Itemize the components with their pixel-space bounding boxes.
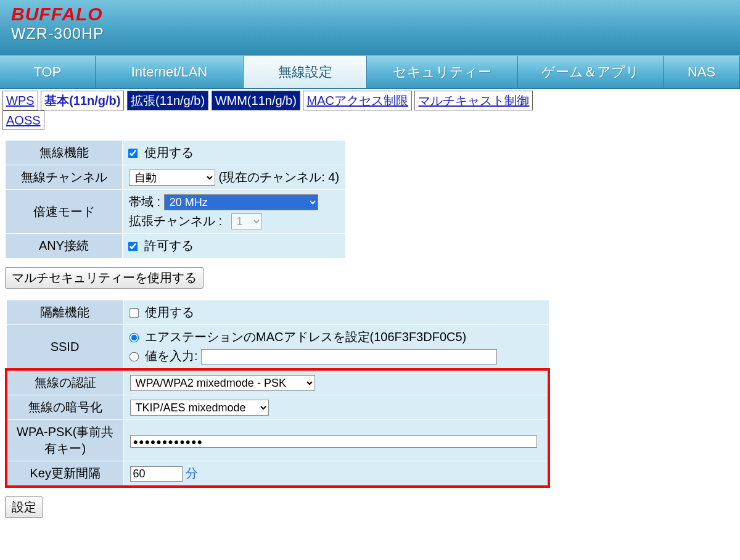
sub-nav: WPS 基本(11n/g/b) 拡張(11n/g/b) WMM(11n/g/b)…	[0, 89, 740, 130]
settings-table-security: 隔離機能 使用する SSID エアステーションのMACアドレスを設定(106F3…	[5, 300, 550, 488]
ssid-value-radio[interactable]	[129, 352, 139, 362]
subnav-advanced[interactable]: 拡張(11n/g/b)	[127, 91, 208, 110]
brand-logo: BUFFALO	[11, 5, 729, 23]
encrypt-select[interactable]: TKIP/AES mixedmode	[130, 400, 269, 416]
ssid-mac-radio[interactable]	[129, 333, 139, 343]
row-auth-value: WPA/WPA2 mixedmode - PSK	[123, 369, 549, 395]
wireless-func-checkbox[interactable]	[128, 149, 138, 159]
subnav-multicast[interactable]: マルチキャスト制御	[414, 91, 533, 110]
ext-channel-label: 拡張チャンネル :	[129, 213, 228, 229]
row-speed-value: 帯域 : 20 MHz 拡張チャンネル : 1	[123, 190, 346, 234]
subnav-aoss[interactable]: AOSS	[2, 110, 44, 130]
row-ssid-label: SSID	[6, 325, 123, 370]
band-label: 帯域 :	[129, 195, 160, 208]
any-opt-label: 許可する	[144, 239, 194, 252]
row-wireless-func-value: 使用する	[123, 141, 346, 165]
row-wireless-func-label: 無線機能	[6, 141, 123, 165]
rekey-unit: 分	[186, 466, 198, 480]
auth-select[interactable]: WPA/WPA2 mixedmode - PSK	[130, 375, 315, 391]
wireless-func-opt-label: 使用する	[144, 146, 194, 159]
ssid-mac-label: エアステーションのMACアドレスを設定(106F3F3DF0C5)	[145, 330, 466, 344]
tab-internet-lan[interactable]: Internet/LAN	[96, 56, 244, 88]
tab-game-label: ゲーム＆アプリ	[541, 63, 639, 81]
tab-top-label: TOP	[34, 64, 62, 80]
submit-button[interactable]: 設定	[5, 496, 43, 518]
row-speed-label: 倍速モード	[6, 190, 123, 234]
band-select[interactable]: 20 MHz	[164, 194, 318, 210]
row-isolation-label: 隔離機能	[6, 300, 123, 325]
header: BUFFALO WZR-300HP	[0, 0, 740, 56]
isolation-checkbox[interactable]	[129, 308, 139, 318]
tab-security[interactable]: セキュリティー	[367, 56, 518, 88]
row-ssid-value: エアステーションのMACアドレスを設定(106F3F3DF0C5) 値を入力:	[123, 325, 549, 370]
row-any-value: 許可する	[123, 234, 346, 258]
content: 無線機能 使用する 無線チャンネル 自動 (現在のチャンネル: 4) 倍速モード…	[0, 130, 740, 528]
row-psk-label: WPA-PSK(事前共有キー)	[6, 420, 123, 461]
any-checkbox[interactable]	[128, 242, 138, 252]
row-psk-value	[123, 420, 549, 461]
row-isolation-value: 使用する	[123, 300, 549, 325]
ssid-value-label: 値を入力:	[145, 349, 198, 363]
tab-security-label: セキュリティー	[393, 63, 491, 81]
row-encrypt-label: 無線の暗号化	[6, 395, 123, 420]
tab-wireless-label: 無線設定	[278, 63, 332, 81]
row-rekey-label: Key更新間隔	[6, 461, 123, 487]
row-encrypt-value: TKIP/AES mixedmode	[123, 395, 549, 420]
row-channel-label: 無線チャンネル	[6, 165, 123, 190]
rekey-input[interactable]	[130, 466, 183, 482]
model-name: WZR-300HP	[11, 25, 729, 43]
subnav-wmm[interactable]: WMM(11n/g/b)	[212, 91, 300, 110]
ext-channel-select: 1	[231, 213, 262, 229]
row-any-label: ANY接続	[6, 234, 123, 258]
ssid-input[interactable]	[201, 349, 497, 364]
tab-wireless[interactable]: 無線設定	[244, 56, 367, 88]
channel-note: (現在のチャンネル: 4)	[219, 170, 340, 184]
subnav-wps[interactable]: WPS	[2, 91, 38, 110]
channel-select[interactable]: 自動	[129, 170, 215, 186]
tab-nas[interactable]: NAS	[664, 56, 740, 88]
row-rekey-value: 分	[123, 461, 549, 487]
tab-top[interactable]: TOP	[0, 56, 96, 88]
psk-input[interactable]	[130, 435, 537, 448]
isolation-opt-label: 使用する	[145, 305, 194, 319]
row-channel-value: 自動 (現在のチャンネル: 4)	[123, 165, 346, 190]
multi-security-button[interactable]: マルチセキュリティーを使用する	[5, 267, 204, 289]
subnav-mac[interactable]: MACアクセス制限	[303, 91, 411, 110]
settings-table-basic: 無線機能 使用する 無線チャンネル 自動 (現在のチャンネル: 4) 倍速モード…	[5, 140, 346, 258]
main-nav: TOP Internet/LAN 無線設定 セキュリティー ゲーム＆アプリ NA…	[0, 56, 740, 89]
tab-game-app[interactable]: ゲーム＆アプリ	[518, 56, 664, 88]
tab-nas-label: NAS	[688, 64, 715, 80]
row-auth-label: 無線の認証	[6, 369, 123, 395]
subnav-basic[interactable]: 基本(11n/g/b)	[41, 91, 124, 110]
tab-internet-label: Internet/LAN	[131, 64, 208, 80]
